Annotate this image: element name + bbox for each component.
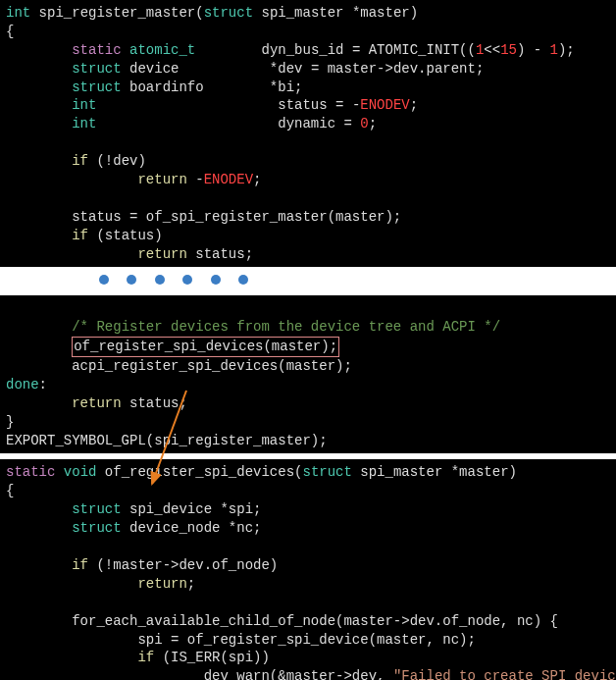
code-text: status; — [187, 246, 253, 262]
keyword-struct: struct — [302, 464, 351, 480]
code-text: << — [484, 42, 500, 58]
error-const: ENODEV — [360, 97, 409, 113]
code-text: ); — [558, 42, 575, 58]
keyword-int: int — [6, 5, 30, 21]
keyword-if: if — [72, 557, 88, 573]
keyword-struct: struct — [72, 501, 121, 517]
keyword-if: if — [137, 650, 154, 665]
type-boardinfo: boardinfo — [122, 79, 204, 95]
code-text: dyn_bus_id = ATOMIC_INIT(( — [195, 42, 476, 58]
keyword-return: return — [72, 395, 121, 411]
code-text: ; — [369, 116, 377, 131]
code-text: ) - — [517, 42, 550, 58]
code-text: ; — [187, 576, 195, 592]
code-text: status; — [122, 395, 187, 411]
keyword-int: int — [72, 97, 96, 113]
number: 1 — [550, 42, 558, 58]
code-text: { — [6, 24, 14, 39]
code-text: *bi; — [204, 79, 303, 95]
code-text: spi_master *master) — [253, 5, 418, 21]
code-text: spi = of_register_spi_device(master, nc)… — [6, 632, 476, 648]
type-atomic: atomic_t — [122, 42, 196, 58]
code-block-2: /* Register devices from the device tree… — [0, 295, 616, 453]
number: 15 — [500, 42, 517, 58]
code-text: - — [187, 172, 204, 187]
code-text: } — [6, 414, 14, 430]
code-block-3: static void of_register_spi_devices(stru… — [0, 459, 616, 680]
keyword-struct: struct — [72, 61, 121, 77]
error-const: ENODEV — [204, 172, 253, 187]
code-block-1: int spi_register_master(struct spi_maste… — [0, 0, 616, 267]
code-text: for_each_available_child_of_node(master-… — [6, 613, 558, 629]
code-text: (!dev) — [88, 153, 146, 169]
dot-icon — [127, 275, 136, 285]
code-text: of_register_spi_devices( — [96, 464, 302, 480]
code-text: (status) — [88, 228, 163, 243]
keyword-return: return — [137, 576, 186, 592]
string-literal: "Failed to create SPI device for — [393, 668, 616, 680]
dot-icon — [238, 275, 248, 285]
goto-label: done — [6, 377, 39, 392]
code-text: status = - — [96, 97, 360, 113]
code-text: dynamic = — [96, 116, 360, 131]
code-text: ; — [410, 97, 418, 113]
code-text: (IS_ERR(spi)) — [154, 650, 270, 665]
keyword-struct: struct — [204, 5, 253, 21]
code-text: EXPORT_SYMBOL_GPL(spi_register_master); — [6, 433, 328, 448]
code-text: { — [6, 483, 14, 498]
keyword-static: static — [6, 464, 55, 480]
code-text: device_node *nc; — [122, 520, 262, 536]
keyword-if: if — [72, 153, 88, 169]
code-text: of_register_spi_devices(master); — [74, 339, 337, 354]
code-text: : — [39, 377, 47, 392]
number: 0 — [360, 116, 368, 131]
keyword-if: if — [72, 228, 88, 243]
code-text: dev_warn(&master->dev, — [6, 668, 393, 680]
ellipsis-dots — [0, 267, 616, 295]
dot-icon — [182, 275, 192, 285]
keyword-struct: struct — [72, 79, 121, 95]
type-device: device — [122, 61, 180, 77]
keyword-void: void — [55, 464, 96, 480]
code-text: status = of_spi_register_master(master); — [6, 209, 401, 225]
keyword-struct: struct — [72, 520, 121, 536]
dot-icon — [155, 275, 165, 285]
code-text: spi_device *spi; — [122, 501, 262, 517]
code-text: spi_master *master) — [352, 464, 517, 480]
code-text: *dev = master->dev.parent; — [179, 61, 484, 77]
comment: /* Register devices from the device tree… — [72, 319, 500, 335]
keyword-return: return — [137, 246, 186, 262]
code-text: acpi_register_spi_devices(master); — [6, 358, 352, 374]
code-text: spi_register_master( — [30, 5, 203, 21]
keyword-return: return — [137, 172, 186, 187]
keyword-static: static — [72, 42, 121, 58]
dot-icon — [99, 275, 109, 285]
dot-icon — [211, 275, 221, 285]
highlighted-call: of_register_spi_devices(master); — [72, 337, 339, 357]
keyword-int: int — [72, 116, 96, 131]
code-text: (!master->dev.of_node) — [88, 557, 278, 573]
code-text: ; — [253, 172, 261, 187]
